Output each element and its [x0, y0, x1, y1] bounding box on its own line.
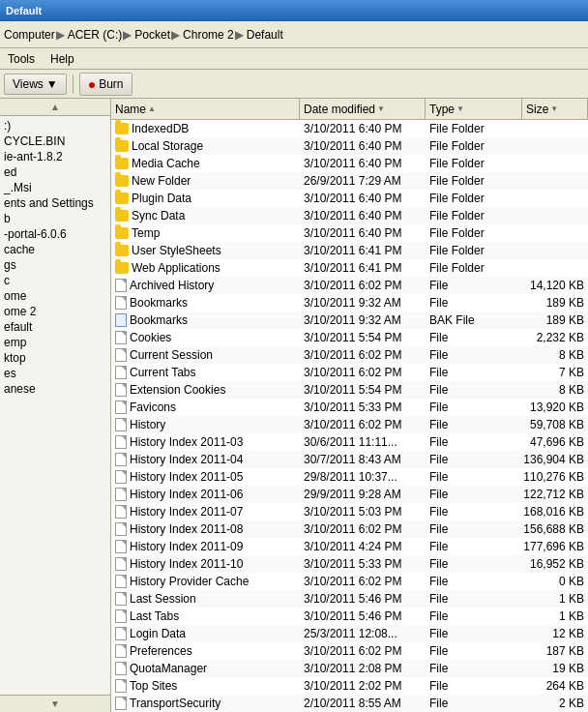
- table-row[interactable]: History Index 2011-073/10/2011 5:03 PMFi…: [111, 503, 588, 520]
- sidebar-item[interactable]: emp: [0, 335, 110, 350]
- col-header-size[interactable]: Size ▼: [522, 99, 588, 119]
- file-date-cell: 3/10/2011 6:40 PM: [300, 155, 426, 172]
- col-header-name[interactable]: Name ▲: [111, 99, 300, 119]
- col-header-type[interactable]: Type ▼: [426, 99, 522, 119]
- file-type-cell: File: [426, 573, 522, 590]
- table-row[interactable]: Bookmarks3/10/2011 9:32 AMFile189 KB: [111, 294, 588, 312]
- table-row[interactable]: History Index 2011-0529/8/2011 10:37...F…: [111, 468, 588, 486]
- path-chrome2[interactable]: Chrome 2 ▶: [183, 28, 245, 42]
- sidebar-item[interactable]: ome 2: [0, 304, 110, 319]
- table-row[interactable]: Extension Cookies3/10/2011 5:54 PMFile8 …: [111, 381, 588, 399]
- file-name-cell: Cookies: [111, 329, 300, 346]
- sidebar-item[interactable]: ents and Settings: [0, 195, 110, 211]
- table-row[interactable]: Temp3/10/2011 6:40 PMFile Folder: [111, 224, 588, 242]
- table-row[interactable]: New Folder26/9/2011 7:29 AMFile Folder: [111, 172, 588, 190]
- sidebar-item[interactable]: _.Msi: [0, 180, 110, 195]
- file-type-cell: File Folder: [426, 190, 522, 207]
- sidebar-item[interactable]: es: [0, 366, 110, 381]
- table-row[interactable]: History Index 2011-093/10/2011 4:24 PMFi…: [111, 538, 588, 555]
- sidebar-scroll-down[interactable]: ▼: [0, 695, 110, 712]
- menu-help[interactable]: Help: [46, 50, 78, 68]
- views-button[interactable]: Views ▼: [4, 74, 67, 95]
- sidebar-item[interactable]: -portal-6.0.6: [0, 226, 110, 242]
- table-row[interactable]: Media Cache3/10/2011 6:40 PMFile Folder: [111, 155, 588, 172]
- file-icon: [115, 644, 127, 658]
- path-pocket[interactable]: Pocket ▶: [134, 28, 181, 42]
- file-name-cell: Temp: [111, 224, 300, 242]
- file-date-cell: 3/10/2011 6:40 PM: [300, 190, 426, 207]
- table-row[interactable]: Cookies3/10/2011 5:54 PMFile2,232 KB: [111, 329, 588, 346]
- sidebar-item[interactable]: ed: [0, 164, 110, 180]
- path-computer[interactable]: Computer ▶: [4, 28, 66, 42]
- col-size-label: Size: [526, 103, 548, 116]
- file-icon: [115, 418, 127, 431]
- sidebar-item[interactable]: CYCLE.BIN: [0, 134, 110, 149]
- file-size-cell: 156,688 KB: [522, 520, 588, 538]
- sidebar-item[interactable]: b: [0, 211, 110, 226]
- table-row[interactable]: History Index 2011-0629/9/2011 9:28 AMFi…: [111, 486, 588, 503]
- table-row[interactable]: History Index 2011-0430/7/2011 8:43 AMFi…: [111, 451, 588, 468]
- file-size-cell: 110,276 KB: [522, 468, 588, 486]
- file-type-cell: File: [426, 660, 522, 677]
- table-row[interactable]: History Provider Cache3/10/2011 6:02 PMF…: [111, 573, 588, 590]
- folder-icon: [115, 210, 129, 222]
- file-type-cell: File: [426, 381, 522, 399]
- table-row[interactable]: Current Session3/10/2011 6:02 PMFile8 KB: [111, 346, 588, 364]
- sidebar-item[interactable]: gs: [0, 257, 110, 273]
- table-row[interactable]: Current Tabs3/10/2011 6:02 PMFile7 KB: [111, 364, 588, 381]
- table-row[interactable]: Web Applications3/10/2011 6:41 PMFile Fo…: [111, 259, 588, 277]
- file-name: Favicons: [130, 400, 176, 414]
- file-type-cell: File: [426, 451, 522, 468]
- sidebar-item[interactable]: cache: [0, 242, 110, 257]
- folder-icon: [115, 262, 129, 274]
- file-name: Archived History: [130, 279, 214, 292]
- table-row[interactable]: Last Session3/10/2011 5:46 PMFile1 KB: [111, 590, 588, 608]
- file-size-cell: [522, 120, 588, 137]
- sidebar-item[interactable]: ome: [0, 288, 110, 304]
- table-row[interactable]: Bookmarks3/10/2011 9:32 AMBAK File189 KB: [111, 312, 588, 329]
- file-size-cell: [522, 224, 588, 242]
- sidebar-item[interactable]: ie-ant-1.8.2: [0, 149, 110, 164]
- burn-button[interactable]: ● Burn: [79, 73, 132, 96]
- table-row[interactable]: User StyleSheets3/10/2011 6:41 PMFile Fo…: [111, 242, 588, 259]
- table-row[interactable]: Preferences3/10/2011 6:02 PMFile187 KB: [111, 642, 588, 660]
- file-name: QuotaManager: [130, 662, 207, 675]
- sidebar-item[interactable]: :): [0, 118, 110, 134]
- file-date-cell: 29/9/2011 9:28 AM: [300, 486, 426, 503]
- sort-arrow-name: ▲: [148, 104, 156, 113]
- sort-arrow-date: ▼: [377, 104, 385, 113]
- table-row[interactable]: History Index 2011-103/10/2011 5:33 PMFi…: [111, 555, 588, 573]
- table-row[interactable]: Favicons3/10/2011 5:33 PMFile13,920 KB: [111, 399, 588, 416]
- file-type-cell: File: [426, 468, 522, 486]
- menu-tools[interactable]: Tools: [4, 50, 39, 68]
- table-row[interactable]: QuotaManager3/10/2011 2:08 PMFile19 KB: [111, 660, 588, 677]
- table-row[interactable]: Plugin Data3/10/2011 6:40 PMFile Folder: [111, 190, 588, 207]
- file-date-cell: 3/10/2011 5:33 PM: [300, 555, 426, 573]
- file-size-cell: 2 KB: [522, 695, 588, 712]
- table-row[interactable]: Archived History3/10/2011 6:02 PMFile14,…: [111, 277, 588, 294]
- table-row[interactable]: Top Sites3/10/2011 2:02 PMFile264 KB: [111, 677, 588, 695]
- file-icon: [115, 348, 127, 362]
- sidebar-item[interactable]: efault: [0, 319, 110, 335]
- path-acer[interactable]: ACER (C:) ▶: [68, 28, 133, 42]
- file-date-cell: 3/10/2011 6:02 PM: [300, 364, 426, 381]
- sidebar-item[interactable]: anese: [0, 381, 110, 397]
- table-row[interactable]: Sync Data3/10/2011 6:40 PMFile Folder: [111, 207, 588, 224]
- table-row[interactable]: Last Tabs3/10/2011 5:46 PMFile1 KB: [111, 608, 588, 625]
- sidebar-item[interactable]: c: [0, 273, 110, 288]
- table-row[interactable]: History3/10/2011 6:02 PMFile59,708 KB: [111, 416, 588, 433]
- sidebar-scroll-up[interactable]: ▲: [0, 99, 110, 116]
- table-row[interactable]: Local Storage3/10/2011 6:40 PMFile Folde…: [111, 137, 588, 155]
- col-header-date[interactable]: Date modified ▼: [300, 99, 426, 119]
- table-row[interactable]: Login Data25/3/2011 12:08...File12 KB: [111, 625, 588, 642]
- table-row[interactable]: History Index 2011-0330/6/2011 11:11...F…: [111, 433, 588, 451]
- folder-icon: [115, 123, 129, 134]
- table-row[interactable]: History Index 2011-083/10/2011 6:02 PMFi…: [111, 520, 588, 538]
- file-name-cell: Bookmarks: [111, 294, 300, 312]
- path-default[interactable]: Default: [247, 28, 283, 42]
- file-size-cell: [522, 155, 588, 172]
- sidebar-item[interactable]: ktop: [0, 350, 110, 366]
- table-row[interactable]: IndexedDB3/10/2011 6:40 PMFile Folder: [111, 120, 588, 137]
- file-type-cell: File: [426, 399, 522, 416]
- table-row[interactable]: TransportSecurity2/10/2011 8:55 AMFile2 …: [111, 695, 588, 712]
